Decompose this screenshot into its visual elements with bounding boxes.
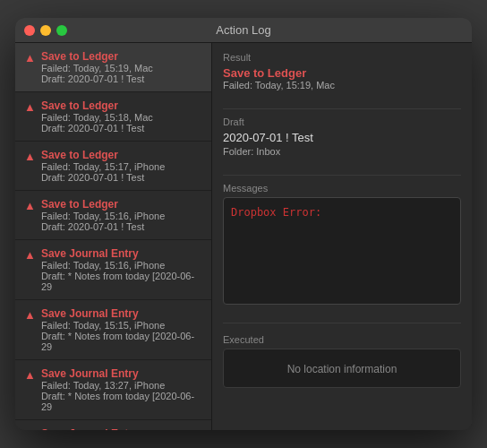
messages-label: Messages — [223, 183, 461, 194]
warning-icon: ▲ — [24, 100, 36, 114]
list-item[interactable]: ▲Save to LedgerFailed: Today, 15:16, iPh… — [15, 191, 211, 240]
main-content: ▲Save to LedgerFailed: Today, 15:19, Mac… — [15, 43, 472, 430]
warning-icon: ▲ — [24, 248, 36, 262]
list-item-title: Save to Ledger — [41, 99, 153, 112]
list-item-content: Save to LedgerFailed: Today, 15:16, iPho… — [41, 198, 165, 232]
list-item-draft: Draft: 2020-07-01 ! Test — [41, 123, 153, 134]
divider-3 — [223, 323, 461, 323]
list-item[interactable]: ▲Save Journal EntryFailed: Today, 15:15,… — [15, 300, 211, 360]
divider-1 — [223, 108, 461, 109]
list-item-failed: Failed: Today, 15:16, iPhone — [41, 260, 202, 271]
messages-box: Dropbox Error: — [223, 197, 461, 305]
divider-2 — [223, 175, 461, 176]
warning-icon: ▲ — [24, 368, 36, 382]
close-button[interactable] — [24, 25, 35, 36]
maximize-button[interactable] — [56, 25, 67, 36]
list-item-content: Save to LedgerFailed: Today, 15:19, MacD… — [41, 50, 153, 84]
list-item-title: Save to Ledger — [41, 50, 153, 63]
list-item-title: Save Journal Entry — [41, 427, 202, 430]
list-item-draft: Draft: * Notes from today [2020-06-29 — [41, 331, 202, 352]
list-item-title: Save to Ledger — [41, 198, 165, 211]
executed-section: Executed No location information — [223, 334, 461, 388]
list-item-failed: Failed: Today, 15:18, Mac — [41, 112, 153, 123]
result-title: Save to Ledger — [223, 66, 461, 80]
result-subtitle: Failed: Today, 15:19, Mac — [223, 80, 461, 90]
list-item-content: Save Journal EntryFailed: Today, 13:26, … — [41, 427, 202, 430]
list-item[interactable]: ▲Save Journal EntryFailed: Today, 15:16,… — [15, 240, 211, 300]
list-item[interactable]: ▲Save Journal EntryFailed: Today, 13:26,… — [15, 420, 211, 430]
list-item[interactable]: ▲Save to LedgerFailed: Today, 15:18, Mac… — [15, 92, 211, 142]
list-item-title: Save Journal Entry — [41, 367, 202, 380]
list-item-title: Save to Ledger — [41, 149, 165, 161]
list-item-content: Save to LedgerFailed: Today, 15:17, iPho… — [41, 149, 165, 183]
result-label: Result — [223, 52, 461, 63]
window-title: Action Log — [216, 23, 270, 37]
result-section: Result Save to Ledger Failed: Today, 15:… — [223, 52, 461, 90]
list-item-content: Save Journal EntryFailed: Today, 13:27, … — [41, 367, 202, 412]
warning-icon: ▲ — [24, 150, 36, 163]
list-item-failed: Failed: Today, 15:17, iPhone — [41, 161, 165, 172]
warning-icon: ▲ — [24, 308, 36, 322]
list-item[interactable]: ▲Save to LedgerFailed: Today, 15:17, iPh… — [15, 142, 211, 191]
list-item-draft: Draft: 2020-07-01 ! Test — [41, 221, 165, 232]
messages-section: Messages Dropbox Error: — [223, 183, 461, 305]
warning-icon: ▲ — [24, 51, 36, 65]
warning-icon: ▲ — [24, 199, 36, 212]
right-panel: Result Save to Ledger Failed: Today, 15:… — [212, 43, 472, 430]
main-window: Action Log ▲Save to LedgerFailed: Today,… — [15, 18, 472, 430]
draft-label: Draft — [223, 116, 461, 127]
warning-icon: ▲ — [24, 428, 36, 430]
draft-section: Draft 2020-07-01 ! Test Folder: Inbox — [223, 116, 461, 157]
draft-value: 2020-07-01 ! Test — [223, 131, 461, 144]
list-item-title: Save Journal Entry — [41, 307, 202, 320]
list-item-title: Save Journal Entry — [41, 247, 202, 260]
messages-content: Dropbox Error: — [231, 206, 321, 219]
list-item-failed: Failed: Today, 15:19, Mac — [41, 63, 153, 73]
list-item-failed: Failed: Today, 13:27, iPhone — [41, 380, 202, 391]
list-item-content: Save Journal EntryFailed: Today, 15:16, … — [41, 247, 202, 292]
list-item-failed: Failed: Today, 15:15, iPhone — [41, 320, 202, 331]
list-item-draft: Draft: 2020-07-01 ! Test — [41, 73, 153, 84]
draft-folder: Folder: Inbox — [223, 146, 461, 157]
list-item-draft: Draft: 2020-07-01 ! Test — [41, 172, 165, 183]
list-item-draft: Draft: * Notes from today [2020-06-29 — [41, 391, 202, 412]
executed-content: No location information — [223, 349, 461, 388]
list-item[interactable]: ▲Save Journal EntryFailed: Today, 13:27,… — [15, 360, 211, 420]
executed-text: No location information — [287, 363, 397, 375]
executed-label: Executed — [223, 334, 461, 345]
list-item-content: Save Journal EntryFailed: Today, 15:15, … — [41, 307, 202, 352]
list-item-failed: Failed: Today, 15:16, iPhone — [41, 211, 165, 221]
left-panel: ▲Save to LedgerFailed: Today, 15:19, Mac… — [15, 43, 212, 430]
list-item-content: Save to LedgerFailed: Today, 15:18, MacD… — [41, 99, 153, 134]
traffic-lights — [24, 25, 67, 36]
list-item[interactable]: ▲Save to LedgerFailed: Today, 15:19, Mac… — [15, 43, 211, 92]
minimize-button[interactable] — [40, 25, 51, 36]
titlebar: Action Log — [15, 18, 472, 43]
list-item-draft: Draft: * Notes from today [2020-06-29 — [41, 271, 202, 292]
